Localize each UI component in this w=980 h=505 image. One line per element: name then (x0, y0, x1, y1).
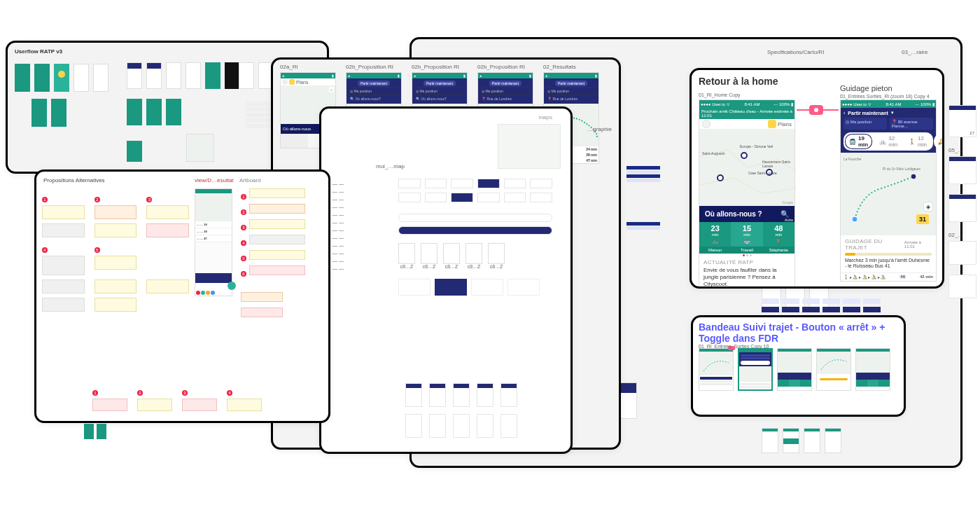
bucket-label: c8…Z (488, 264, 505, 269)
duration-label: 42 min (920, 275, 933, 279)
specs-row0: 03_…raire (902, 49, 927, 55)
sticky-note[interactable] (227, 399, 262, 411)
to-row[interactable]: 📍 Rue de Londres (545, 95, 597, 102)
from-row[interactable]: ◎ Ma position (414, 87, 465, 95)
chevron-down-icon[interactable]: ▾ (891, 110, 894, 116)
col-view: view/D…ésultat (195, 177, 234, 184)
chip[interactable]: ○ (329, 87, 334, 92)
ab-label-c: 02b_Proposition RI (412, 64, 459, 70)
phone-thumb[interactable] (777, 348, 812, 391)
fav-tile[interactable]: 23 min 🚲 (699, 222, 731, 247)
plans-icon[interactable] (768, 120, 776, 128)
depart-pill[interactable]: Partir maintenant (424, 81, 456, 86)
flow-connector-icon (809, 105, 823, 115)
sticky-note[interactable] (249, 204, 305, 214)
map-area[interactable]: Europe - Simone Veil Gare Saint-Lazare S… (699, 129, 794, 206)
to-row[interactable]: 🔍 Où allons-nous? (348, 95, 400, 102)
ab-label-b: 02b_Proposition RI (346, 64, 393, 70)
sticky-note[interactable] (42, 279, 85, 293)
bucket-label: c8…Z (421, 264, 438, 269)
arrivee-label: Arrivée à 11:01 (904, 240, 932, 249)
from-field[interactable]: ◎ Ma position (844, 118, 887, 130)
from-row[interactable]: ◎ Ma position (348, 87, 400, 95)
sticky-note[interactable] (146, 279, 189, 293)
sticky-note[interactable] (182, 399, 217, 411)
fav-name: Travail (731, 247, 762, 254)
sticky-note[interactable] (94, 205, 137, 219)
locate-icon[interactable]: ◈ (923, 202, 933, 212)
phone-thumb[interactable] (855, 348, 890, 391)
sticky-note[interactable] (42, 256, 85, 275)
avatar-icon[interactable] (702, 120, 710, 128)
map-area[interactable]: La Fourche Pl du Dr Félix Lobligeois ◈ 3… (841, 153, 936, 235)
depart-pill[interactable]: Partir maintenant (489, 81, 522, 86)
sticky-note[interactable] (146, 223, 189, 237)
time-chip[interactable]: 🚲 32 min (875, 134, 902, 149)
sticky-note[interactable] (241, 307, 283, 317)
time-chip[interactable]: 🚍 19 min (845, 134, 872, 149)
back-icon[interactable]: ‹ (844, 111, 845, 116)
fav-tile[interactable]: Autre 48 min 🚶 (763, 222, 794, 247)
ab-label-d: 02b_Proposition RI (477, 64, 525, 70)
specs-title: Specifications/Carto/RI (767, 49, 824, 55)
progress-bar (845, 253, 932, 256)
fav-name: Stéphanie (763, 247, 794, 254)
fav-row: 23 min 🚲 15 min 🚌 Autre 48 min 🚶 (699, 222, 794, 247)
col-artboard: Artboard (239, 177, 261, 184)
sticky-note[interactable] (146, 205, 189, 219)
depart-pill[interactable]: Partir maintenant (555, 81, 587, 86)
bandeau-title: Bandeau Suivi trajet - Bouton « arrêt » … (699, 321, 904, 344)
loose-screens (84, 424, 106, 439)
sticky-note[interactable] (94, 256, 137, 270)
bucket-label: c8…Z (443, 264, 460, 269)
search-icon: 🔍 (780, 210, 789, 218)
sticky-note[interactable] (92, 399, 127, 411)
to-row[interactable]: 🔍 Où allons-nous? (414, 95, 465, 102)
retour-title: Retour à la home (699, 76, 778, 87)
frame-propositions: Propositions Alternatives view/D…ésultat… (34, 170, 330, 423)
avatar-icon (282, 79, 288, 85)
userflow-title: Userflow RATP v3 (15, 48, 62, 55)
sticky-note[interactable] (94, 298, 137, 312)
depart-label[interactable]: Partir maintenant (848, 111, 888, 116)
line-badge: 46 (900, 275, 905, 279)
to-row[interactable]: 📍 Rue de Londres (479, 95, 531, 102)
svg-point-3 (852, 216, 858, 222)
search-banner[interactable]: Où allons-nous ? 🔍 (699, 206, 794, 222)
phone-thumb[interactable] (816, 348, 851, 391)
to-field[interactable]: 📍 80 avenue Parme… (890, 118, 933, 130)
sticky-note[interactable] (42, 223, 85, 237)
actu-body: Envie de vous faufiler dans la jungle pa… (704, 267, 790, 288)
ab-label-a: 02a_RI (280, 64, 298, 70)
value-label: 27 (969, 131, 974, 135)
sticky-note[interactable] (249, 188, 305, 198)
time-chip[interactable]: 🚶 12 min (904, 134, 931, 149)
from-row[interactable]: ◎ Ma position (545, 87, 597, 95)
sticky-note[interactable] (94, 279, 137, 293)
sticky-note[interactable] (94, 223, 137, 237)
poi-label: Pl du Dr Félix Lobligeois (883, 167, 920, 171)
phone-thumb[interactable] (738, 348, 773, 391)
depart-pill[interactable]: Partir maintenant (358, 81, 390, 86)
maps-title: maps (538, 114, 552, 120)
sticky-note[interactable] (137, 399, 172, 411)
guidage-title: Guidage pieton (840, 84, 892, 92)
sticky-note[interactable] (42, 298, 85, 312)
result-time-3: 47 min (586, 158, 597, 162)
sticky-note[interactable] (249, 219, 305, 229)
sticky-note[interactable] (249, 250, 305, 260)
phone-guidage[interactable]: ●●●● User.io ᯤ 8:41 AM ⋯ 100% ▮ ‹ Partir… (840, 99, 937, 282)
phone-result[interactable]: — — 24 — — 28 — — 47 (195, 188, 232, 296)
sticky-note[interactable] (249, 265, 305, 275)
fav-other-label: Autre (785, 218, 793, 222)
art-label: 01_RI_Entrees_Sorties Copy 10 (699, 344, 769, 349)
from-row[interactable]: ◎ Ma position (479, 87, 531, 95)
fav-tile[interactable]: 15 min 🚌 (731, 222, 762, 247)
phone-thumb[interactable] (699, 348, 734, 391)
sticky-note[interactable] (42, 205, 85, 219)
time-chip[interactable]: 🛵 (934, 134, 944, 149)
phone-home[interactable]: ●●●● User.io ᯤ 8:41 AM ⋯ 100% ▮ Prochain… (699, 99, 795, 289)
sticky-note[interactable] (249, 235, 305, 244)
ab-label-e: 02_Resultats (543, 64, 576, 70)
sticky-note[interactable] (241, 292, 283, 302)
